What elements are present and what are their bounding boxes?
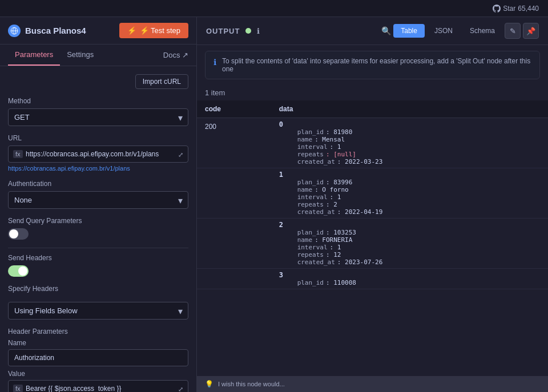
url-label: URL (8, 134, 188, 142)
specify-headers-select[interactable]: Using Fields Below Using JSON (8, 302, 188, 320)
data-item-repeats-1: repeats : 2 (279, 201, 540, 208)
table-header: code data (197, 100, 548, 118)
pin-button[interactable]: 📌 (523, 23, 539, 39)
star-count: 65,440 (518, 5, 539, 13)
node-title-text: Busca Planos4 (25, 26, 86, 35)
data-cell-1: 1 plan_id : 83996 name : O forno interva… (271, 168, 548, 219)
table-row: 1 plan_id : 83996 name : O forno interva… (197, 168, 548, 219)
method-label: Method (8, 97, 188, 105)
data-cell-3: 3 plan_id : 110008 (271, 269, 548, 289)
value-sub-label: Value (8, 370, 188, 378)
url-expand-icon[interactable]: ⤢ (178, 151, 183, 159)
output-header: OUTPUT ℹ 🔍 Table JSON Schema ✎ 📌 (197, 17, 548, 45)
main-layout: Busca Planos4 ⚡ ⚡ Test step Parameters S… (0, 17, 548, 392)
send-headers-toggle-row (8, 265, 188, 277)
data-index-2: 2 (279, 221, 540, 229)
bottom-bar: 💡 I wish this node would... (197, 376, 548, 392)
left-panel-tabs: Parameters Settings Docs ↗ (0, 45, 196, 66)
import-curl-row: Import cURL (8, 74, 188, 89)
left-panel-header: Busca Planos4 ⚡ ⚡ Test step (0, 17, 196, 45)
github-link[interactable]: Star 65,440 (493, 5, 539, 13)
output-info-icon[interactable]: ℹ (257, 27, 260, 35)
data-item-interval-2: interval : 1 (279, 244, 540, 251)
col-data: data (271, 100, 548, 118)
specify-headers-select-wrapper: Using Fields Below Using JSON (8, 302, 188, 320)
test-step-icon: ⚡ (127, 26, 136, 35)
specify-headers-row: Specify Headers (8, 285, 188, 296)
value-input-wrapper[interactable]: fx Bearer {{ $json.access_token }} ⤢ (8, 380, 188, 392)
info-banner: ℹ To split the contents of 'data' into s… (205, 51, 540, 79)
divider-1 (8, 248, 188, 248)
specify-headers-section: Specify Headers Using Fields Below Using… (8, 285, 188, 320)
data-item-interval-1: interval : 1 (279, 193, 540, 201)
auth-select[interactable]: None Basic Auth OAuth2 (8, 191, 188, 209)
send-query-toggle-row (8, 228, 188, 240)
data-index-1: 1 (279, 171, 540, 179)
send-headers-label: Send Headers (8, 254, 188, 262)
send-query-label: Send Query Parameters (8, 217, 188, 225)
item-count: 1 item (197, 85, 548, 100)
node-icon (8, 25, 21, 37)
value-expand-icon[interactable]: ⤢ (178, 386, 183, 392)
url-text: https://cobrancas.api.efipay.com.br/v1/p… (26, 150, 159, 158)
value-text: Bearer {{ $json.access_token }} (26, 385, 121, 392)
data-cell-0: 0 plan_id : 81980 name : Mensal interval (271, 118, 548, 168)
data-item-interval-0: interval : 1 (279, 143, 540, 151)
data-item-created-1: created_at : 2022-04-19 (279, 208, 540, 216)
node-title: Busca Planos4 (8, 25, 86, 37)
info-banner-icon: ℹ (213, 58, 216, 67)
left-panel: Busca Planos4 ⚡ ⚡ Test step Parameters S… (0, 17, 197, 392)
output-tab-schema[interactable]: Schema (462, 24, 502, 38)
code-cell-2 (197, 219, 271, 269)
test-step-button[interactable]: ⚡ ⚡ Test step (119, 23, 188, 38)
tab-settings[interactable]: Settings (60, 45, 100, 66)
data-item-repeats-2: repeats : 12 (279, 251, 540, 258)
lightbulb-icon: 💡 (205, 380, 213, 388)
github-icon (493, 5, 501, 13)
value-fx-label: fx (13, 385, 23, 392)
auth-section: Authentication None Basic Auth OAuth2 (8, 180, 188, 209)
col-code: code (197, 100, 271, 118)
specify-headers-label: Specify Headers (8, 285, 58, 293)
header-name-input[interactable] (8, 349, 188, 366)
bottom-bar-text: I wish this node would... (218, 381, 285, 387)
header-params-label: Header Parameters (8, 328, 188, 336)
url-input-wrapper[interactable]: fx https://cobrancas.api.efipay.com.br/v… (8, 146, 188, 163)
output-tab-json[interactable]: JSON (427, 24, 460, 38)
tab-parameters[interactable]: Parameters (8, 45, 60, 66)
left-panel-body: Import cURL Method GET POST PUT DELETE U… (0, 66, 196, 392)
send-query-toggle[interactable] (8, 228, 29, 240)
header-params-section: Header Parameters Name Value fx Bearer {… (8, 328, 188, 392)
import-curl-button[interactable]: Import cURL (135, 74, 188, 89)
send-headers-section: Send Headers (8, 254, 188, 277)
send-headers-toggle[interactable] (8, 265, 29, 277)
method-select[interactable]: GET POST PUT DELETE (8, 108, 188, 126)
code-cell-3 (197, 269, 271, 289)
output-tabs: 🔍 Table JSON Schema ✎ 📌 (381, 23, 539, 39)
output-status-dot (245, 28, 251, 34)
data-item-plan-id-3: plan_id : 110008 (279, 279, 540, 286)
data-index-0: 0 (279, 120, 540, 128)
auth-label: Authentication (8, 180, 188, 188)
data-index-3: 3 (279, 271, 540, 279)
data-cell-2: 2 plan_id : 103253 name : FORNERIA inter… (271, 219, 548, 269)
send-query-section: Send Query Parameters (8, 217, 188, 240)
table-row: 3 plan_id : 110008 (197, 269, 548, 289)
url-fx-label: fx (13, 150, 23, 158)
url-section: URL fx https://cobrancas.api.efipay.com.… (8, 134, 188, 172)
docs-link[interactable]: Docs ↗ (163, 51, 188, 59)
url-link[interactable]: https://cobrancas.api.efipay.com.br/v1/p… (8, 165, 188, 172)
top-bar: Star 65,440 (0, 0, 548, 17)
edit-button[interactable]: ✎ (505, 23, 521, 39)
info-banner-text: To split the contents of 'data' into sep… (222, 57, 531, 73)
name-sub-label: Name (8, 339, 188, 347)
data-item-plan-id-1: plan_id : 83996 (279, 179, 540, 186)
auth-select-wrapper: None Basic Auth OAuth2 (8, 191, 188, 209)
output-tab-table[interactable]: Table (393, 24, 425, 38)
table-row: 2 plan_id : 103253 name : FORNERIA inter… (197, 219, 548, 269)
table-row: 200 0 plan_id : 81980 name : Mensal (197, 118, 548, 168)
data-item-repeats-0: repeats : [null] (279, 151, 540, 158)
data-item-created-2: created_at : 2023-07-26 (279, 258, 540, 266)
search-icon[interactable]: 🔍 (381, 26, 391, 35)
data-item-name-1: name : O forno (279, 186, 540, 193)
